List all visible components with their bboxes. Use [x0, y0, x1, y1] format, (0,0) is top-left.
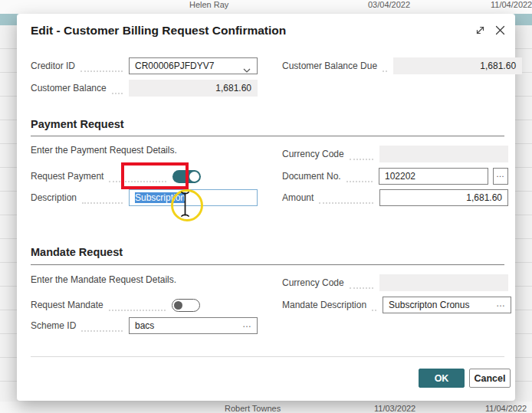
creditor-id-label: Creditor ID: [31, 61, 75, 71]
dotted-leader: [109, 303, 166, 311]
toggle-knob: [174, 301, 182, 310]
customer-balance-field: 1,681.60: [129, 80, 258, 97]
scheme-id-row: Scheme ID bacs …: [31, 317, 258, 334]
request-payment-toggle[interactable]: [172, 170, 201, 183]
chevron-down-icon[interactable]: [243, 64, 251, 75]
dotted-leader: [109, 175, 166, 182]
amount-row: Amount 1,681.60: [282, 189, 508, 206]
bg-top-date1: 03/04/2022: [368, 0, 410, 9]
ellipsis-icon: …: [496, 169, 505, 179]
creditor-id-combobox[interactable]: CR00006PJFDYV7: [129, 57, 258, 74]
dialog-title: Edit - Customer Billing Request Confirma…: [31, 24, 286, 38]
description-input[interactable]: Subscription: [129, 189, 258, 206]
amount-label: Amount: [282, 192, 314, 203]
creditor-id-row: Creditor ID CR00006PJFDYV7: [31, 57, 258, 74]
mandate-description-label: Mandate Description: [282, 300, 366, 310]
currency-code-label: Currency Code: [282, 149, 344, 159]
customer-balance-label: Customer Balance: [31, 83, 107, 93]
edit-dialog: Edit - Customer Billing Request Confirma…: [17, 14, 515, 401]
creditor-id-value: CR00006PJFDYV7: [135, 61, 214, 71]
description-row: Description Subscription: [31, 189, 258, 206]
amount-input[interactable]: 1,681.60: [379, 189, 508, 206]
screen: Helen Ray 03/04/2022 11/04/2022 Robert T…: [0, 0, 532, 413]
bg-bottom-date2: 11/04/2022: [485, 404, 527, 413]
ellipsis-icon[interactable]: …: [496, 298, 506, 309]
section-divider: [31, 136, 504, 136]
dotted-leader: [112, 87, 123, 94]
dotted-leader: [319, 196, 373, 204]
scheme-id-label: Scheme ID: [31, 320, 76, 331]
mandate-request-instruction: Enter the Mandate Request Details.: [31, 274, 176, 285]
toggle-knob: [189, 172, 199, 182]
mandate-description-input[interactable]: Subscripton Cronus …: [383, 297, 511, 313]
payment-currency-code-row: Currency Code: [282, 146, 508, 162]
bg-top-date2: 11/04/2022: [491, 0, 532, 9]
currency-code-label: Currency Code: [282, 277, 344, 288]
background-row-top[interactable]: [0, 0, 532, 14]
mandate-request-heading[interactable]: Mandate Request: [31, 246, 123, 258]
document-no-row: Document No. 102202 …: [282, 168, 508, 185]
customer-balance-due-value: 1,681.60: [480, 61, 516, 71]
request-mandate-row: Request Mandate: [31, 297, 258, 313]
bg-bottom-date1: 11/03/2022: [374, 404, 415, 413]
mandate-currency-code-field: [379, 274, 508, 291]
dotted-leader: [350, 152, 373, 160]
request-mandate-label: Request Mandate: [31, 300, 103, 310]
dotted-leader: [81, 324, 123, 332]
payment-currency-code-field: [379, 146, 508, 162]
ellipsis-icon[interactable]: …: [242, 319, 252, 329]
customer-balance-due-row: Customer Balance Due 1,681.60: [282, 57, 508, 74]
dotted-leader: [383, 64, 387, 72]
document-no-input[interactable]: 102202: [379, 168, 488, 185]
document-no-value: 102202: [385, 171, 415, 182]
customer-balance-due-label: Customer Balance Due: [282, 61, 377, 71]
close-button[interactable]: [494, 25, 506, 38]
mandate-description-value: Subscripton Cronus: [389, 300, 469, 310]
bg-top-name: Helen Ray: [189, 0, 228, 9]
close-icon: [495, 25, 505, 38]
section-divider: [31, 264, 504, 265]
dotted-leader: [346, 175, 373, 182]
ok-button[interactable]: OK: [419, 369, 465, 388]
customer-balance-due-field: 1,681.60: [393, 57, 522, 74]
customer-balance-value: 1,681.60: [215, 83, 251, 93]
request-payment-label: Request Payment: [31, 171, 103, 182]
scheme-id-value: bacs: [135, 320, 154, 331]
footer-divider: [31, 356, 504, 357]
bg-bottom-name: Robert Townes: [225, 404, 281, 413]
request-mandate-toggle[interactable]: [172, 299, 200, 312]
request-payment-row: Request Payment: [31, 168, 258, 185]
payment-request-instruction: Enter the Payment Request Details.: [31, 145, 177, 156]
document-no-assist-button[interactable]: …: [493, 168, 508, 185]
cancel-button[interactable]: Cancel: [469, 369, 511, 388]
mandate-description-row: Mandate Description Subscripton Cronus …: [282, 297, 508, 313]
mandate-currency-code-row: Currency Code: [282, 274, 508, 291]
expand-button[interactable]: [474, 25, 486, 38]
description-selected-text: Subscription: [135, 192, 186, 203]
dotted-leader: [82, 196, 123, 204]
dotted-leader: [350, 281, 373, 289]
scheme-id-input[interactable]: bacs …: [129, 317, 258, 334]
customer-balance-row: Customer Balance 1,681.60: [31, 80, 258, 97]
description-label: Description: [31, 192, 77, 203]
payment-request-heading[interactable]: Payment Request: [31, 118, 124, 130]
dotted-leader: [80, 64, 123, 72]
document-no-label: Document No.: [282, 171, 341, 182]
amount-value: 1,681.60: [466, 192, 502, 203]
dotted-leader: [372, 303, 376, 311]
expand-icon: [475, 25, 485, 38]
